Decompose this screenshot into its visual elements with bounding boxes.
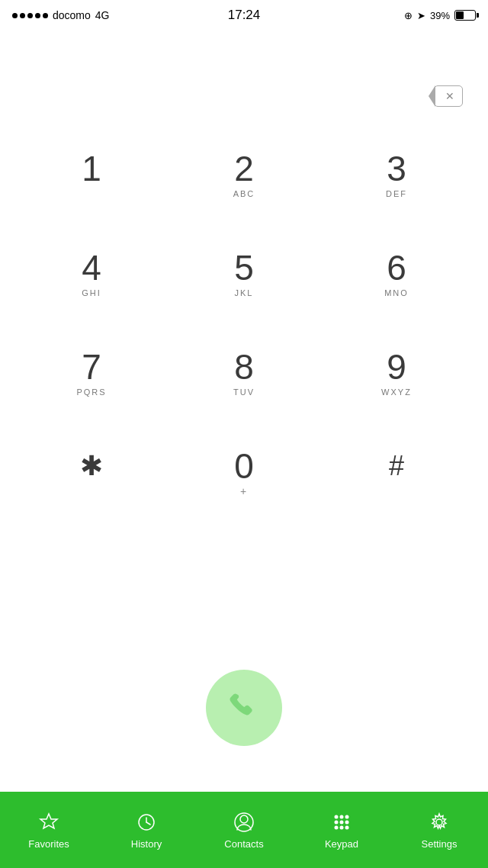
svg-point-14 — [345, 825, 349, 829]
svg-line-3 — [146, 822, 150, 825]
key-6[interactable]: 6 MNO — [336, 229, 458, 320]
settings-icon — [428, 811, 451, 834]
key-1[interactable]: 1 — [30, 130, 152, 221]
main-content: ✕ 1 2 ABC 3 DEF 4 GHI — [0, 31, 488, 792]
key-4[interactable]: 4 GHI — [30, 229, 152, 320]
tab-settings[interactable]: Settings — [390, 792, 488, 868]
tab-favorites-label: Favorites — [28, 838, 69, 850]
svg-point-8 — [345, 815, 349, 818]
svg-point-12 — [335, 825, 339, 829]
backspace-button[interactable]: ✕ — [432, 84, 465, 108]
status-time: 17:24 — [228, 8, 261, 23]
location-icon: ➤ — [417, 10, 425, 21]
keypad-row-4: ✱ 0 + # — [15, 427, 473, 519]
favorites-icon — [37, 811, 60, 834]
battery-percent: 39% — [430, 10, 450, 21]
keypad-row-3: 7 PQRS 8 TUV 9 WXYZ — [15, 328, 473, 420]
status-right: ⊕ ➤ 39% — [404, 10, 476, 21]
battery-icon — [454, 10, 476, 21]
phone-icon — [226, 690, 262, 725]
keypad-row-1: 1 2 ABC 3 DEF — [15, 130, 473, 221]
key-5[interactable]: 5 JKL — [183, 229, 305, 320]
tab-history-label: History — [131, 838, 162, 850]
key-star[interactable]: ✱ — [30, 427, 152, 519]
svg-point-9 — [335, 820, 339, 824]
backspace-x-icon: ✕ — [445, 90, 454, 102]
key-hash[interactable]: # — [336, 427, 458, 519]
lock-icon: ⊕ — [404, 10, 413, 21]
key-8[interactable]: 8 TUV — [183, 328, 305, 420]
tab-keypad[interactable]: Keypad — [293, 792, 390, 868]
tab-favorites[interactable]: Favorites — [0, 792, 98, 868]
carrier-name: docomo — [53, 9, 91, 21]
keypad-row-2: 4 GHI 5 JKL 6 MNO — [15, 229, 473, 320]
signal-dots — [12, 13, 48, 18]
network-type: 4G — [95, 9, 110, 21]
contacts-icon — [233, 811, 255, 834]
svg-point-11 — [345, 820, 349, 824]
key-2[interactable]: 2 ABC — [183, 130, 305, 221]
tab-contacts[interactable]: Contacts — [195, 792, 293, 868]
status-bar: docomo 4G 17:24 ⊕ ➤ 39% — [0, 0, 488, 31]
backspace-shape: ✕ — [434, 85, 463, 107]
history-icon — [135, 811, 158, 834]
key-7[interactable]: 7 PQRS — [30, 328, 152, 420]
key-3[interactable]: 3 DEF — [336, 130, 458, 221]
keypad: 1 2 ABC 3 DEF 4 GHI 5 JKL 6 — [0, 130, 488, 526]
call-button[interactable] — [206, 670, 282, 746]
key-9[interactable]: 9 WXYZ — [336, 328, 458, 420]
svg-point-4 — [240, 815, 248, 823]
svg-point-6 — [335, 815, 339, 818]
svg-marker-0 — [40, 814, 57, 828]
key-0[interactable]: 0 + — [183, 427, 305, 519]
call-button-area — [206, 670, 282, 746]
svg-point-7 — [340, 815, 344, 818]
tab-keypad-label: Keypad — [325, 838, 358, 850]
tab-contacts-label: Contacts — [224, 838, 263, 850]
svg-point-10 — [340, 820, 344, 824]
tab-history[interactable]: History — [98, 792, 195, 868]
svg-point-13 — [340, 825, 344, 829]
carrier-info: docomo 4G — [12, 9, 110, 21]
keypad-tab-icon — [330, 811, 353, 834]
tab-bar: Favorites History Contacts — [0, 792, 488, 868]
tab-settings-label: Settings — [422, 838, 458, 850]
